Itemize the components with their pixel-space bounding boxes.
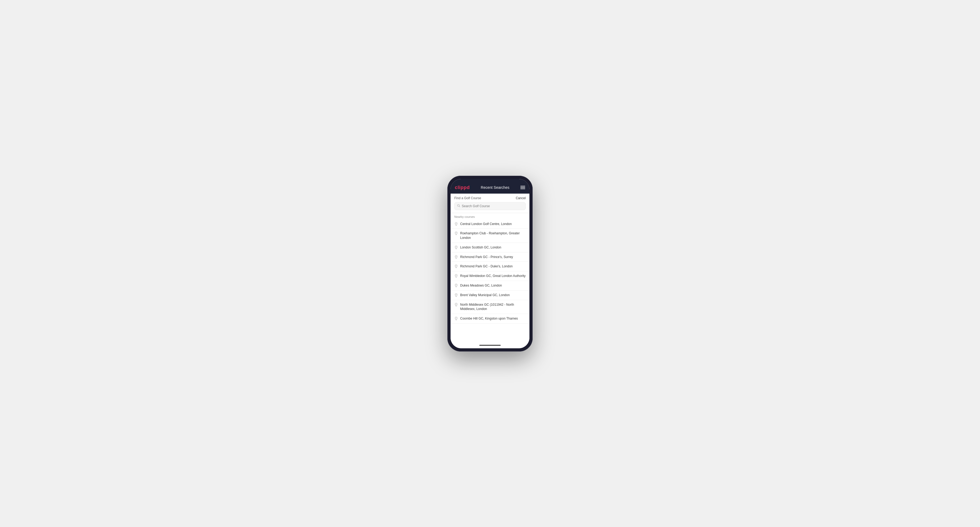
- course-item[interactable]: Central London Golf Centre, London: [450, 219, 530, 229]
- course-item[interactable]: Roehampton Club - Roehampton, Greater Lo…: [450, 229, 530, 243]
- courses-list: Nearby courses Central London Golf Centr…: [450, 213, 530, 343]
- pin-icon: [454, 232, 458, 235]
- pin-icon: [454, 284, 458, 287]
- menu-icon[interactable]: [520, 186, 525, 189]
- home-indicator: [450, 343, 530, 348]
- courses-container: Central London Golf Centre, London Roeha…: [450, 219, 530, 324]
- hamburger-line-1: [520, 186, 525, 186]
- app-header: clippd Recent Searches: [450, 182, 530, 194]
- hamburger-line-2: [520, 187, 525, 188]
- svg-point-11: [456, 318, 457, 318]
- svg-point-9: [456, 294, 457, 295]
- home-bar: [479, 345, 501, 346]
- svg-point-8: [456, 285, 457, 285]
- header-title: Recent Searches: [480, 185, 509, 190]
- svg-point-0: [458, 205, 459, 206]
- course-item[interactable]: Dukes Meadows GC, London: [450, 281, 530, 290]
- course-item[interactable]: Brent Valley Municipal GC, London: [450, 290, 530, 300]
- pin-icon: [454, 274, 458, 278]
- svg-point-5: [456, 256, 457, 256]
- svg-point-6: [456, 265, 457, 266]
- svg-point-3: [456, 232, 457, 233]
- course-item[interactable]: Richmond Park GC - Duke's, London: [450, 262, 530, 271]
- nearby-label: Nearby courses: [450, 213, 530, 219]
- search-icon: [457, 204, 460, 208]
- svg-point-7: [456, 275, 457, 276]
- course-name: Brent Valley Municipal GC, London: [460, 293, 510, 297]
- course-name: North Middlesex GC (1011942 - North Midd…: [460, 303, 526, 311]
- course-name: Richmond Park GC - Duke's, London: [460, 264, 513, 269]
- pin-icon: [454, 317, 458, 321]
- course-name: Roehampton Club - Roehampton, Greater Lo…: [460, 231, 526, 240]
- pin-icon: [454, 222, 458, 226]
- course-item[interactable]: North Middlesex GC (1011942 - North Midd…: [450, 300, 530, 314]
- search-wrapper: [454, 202, 526, 210]
- pin-icon: [454, 246, 458, 249]
- status-bar: [450, 179, 530, 182]
- pin-icon: [454, 303, 458, 306]
- search-area: Find a Golf Course Cancel: [450, 194, 530, 213]
- cancel-button[interactable]: Cancel: [516, 196, 526, 200]
- pin-icon: [454, 293, 458, 297]
- find-header: Find a Golf Course Cancel: [454, 196, 526, 200]
- course-item[interactable]: London Scottish GC, London: [450, 243, 530, 252]
- course-item[interactable]: Richmond Park GC - Prince's, Surrey: [450, 252, 530, 262]
- pin-icon: [454, 264, 458, 268]
- course-name: Coombe Hill GC, Kingston upon Thames: [460, 316, 518, 321]
- search-input[interactable]: [462, 204, 523, 208]
- course-item[interactable]: Royal Wimbledon GC, Great London Authori…: [450, 271, 530, 281]
- course-name: Central London Golf Centre, London: [460, 222, 512, 226]
- svg-point-4: [456, 247, 457, 247]
- course-name: Richmond Park GC - Prince's, Surrey: [460, 255, 513, 259]
- svg-point-10: [456, 303, 457, 304]
- course-name: London Scottish GC, London: [460, 245, 501, 250]
- find-label: Find a Golf Course: [454, 196, 481, 200]
- course-item[interactable]: Coombe Hill GC, Kingston upon Thames: [450, 314, 530, 324]
- pin-icon: [454, 255, 458, 259]
- hamburger-line-3: [520, 189, 525, 189]
- course-name: Dukes Meadows GC, London: [460, 283, 502, 288]
- course-name: Royal Wimbledon GC, Great London Authori…: [460, 274, 525, 278]
- svg-line-1: [459, 206, 460, 207]
- app-logo: clippd: [455, 185, 470, 190]
- svg-point-2: [456, 223, 457, 224]
- phone-frame: clippd Recent Searches Find a Golf Cours…: [447, 176, 533, 351]
- phone-screen: clippd Recent Searches Find a Golf Cours…: [450, 179, 530, 348]
